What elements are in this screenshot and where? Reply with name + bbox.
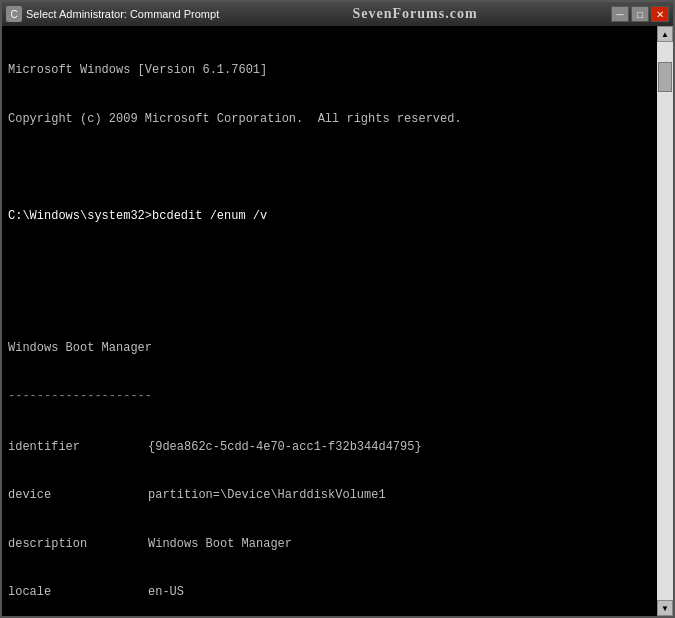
- title-bar: C Select Administrator: Command Prompt S…: [2, 2, 673, 26]
- terminal[interactable]: Microsoft Windows [Version 6.1.7601] Cop…: [2, 26, 657, 616]
- blank2: [8, 257, 651, 273]
- section1-sep: --------------------: [8, 388, 651, 404]
- s1-locale: localeen-US: [8, 584, 651, 600]
- version-line: Microsoft Windows [Version 6.1.7601]: [8, 62, 651, 78]
- blank1: [8, 160, 651, 176]
- close-button[interactable]: ✕: [651, 6, 669, 22]
- restore-button[interactable]: □: [631, 6, 649, 22]
- window: C Select Administrator: Command Prompt S…: [0, 0, 675, 618]
- scroll-down-button[interactable]: ▼: [657, 600, 673, 616]
- section1-header: Windows Boot Manager: [8, 340, 651, 356]
- s1-device: devicepartition=\Device\HarddiskVolume1: [8, 487, 651, 503]
- copyright-line: Copyright (c) 2009 Microsoft Corporation…: [8, 111, 651, 127]
- title-bar-left: C Select Administrator: Command Prompt: [6, 6, 219, 22]
- s1-identifier: identifier{9dea862c-5cdd-4e70-acc1-f32b3…: [8, 439, 651, 455]
- cmd-icon: C: [6, 6, 22, 22]
- minimize-button[interactable]: ─: [611, 6, 629, 22]
- s1-description: descriptionWindows Boot Manager: [8, 536, 651, 552]
- scroll-thumb[interactable]: [658, 62, 672, 92]
- scrollbar: ▲ ▼: [657, 26, 673, 616]
- scroll-up-button[interactable]: ▲: [657, 26, 673, 42]
- window-controls: ─ □ ✕: [611, 6, 669, 22]
- content-area: Microsoft Windows [Version 6.1.7601] Cop…: [2, 26, 673, 616]
- watermark: SevenForums.com: [353, 6, 478, 22]
- window-title: Select Administrator: Command Prompt: [26, 8, 219, 20]
- command-line: C:\Windows\system32>bcdedit /enum /v: [8, 208, 651, 224]
- scroll-track[interactable]: [657, 42, 673, 600]
